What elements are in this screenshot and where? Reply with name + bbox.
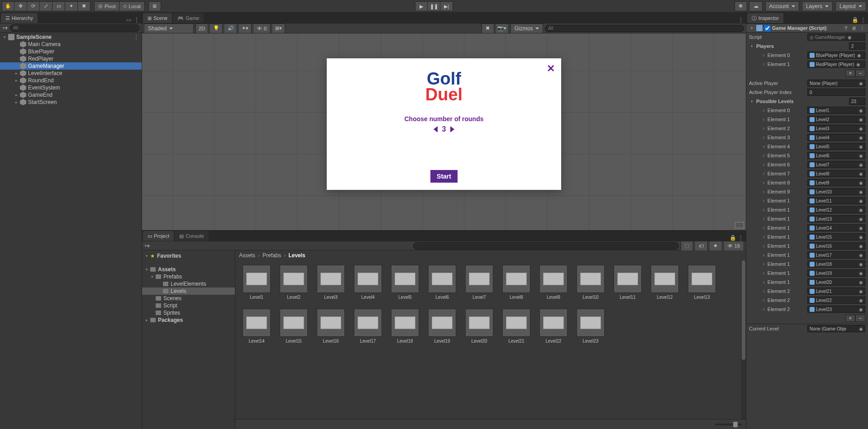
level-field-12[interactable]: Level13◉ <box>807 215 865 222</box>
assets-folder[interactable]: ▾Assets <box>142 266 235 273</box>
play-button[interactable]: ▶ <box>415 1 428 11</box>
level-field-10[interactable]: Level11◉ <box>807 197 865 204</box>
scenes-folder[interactable]: Scenes <box>142 295 235 302</box>
local-toggle[interactable]: ◇Local <box>119 1 144 11</box>
cloud-icon[interactable]: ☁ <box>750 1 763 11</box>
hierarchy-item-main camera[interactable]: Main Camera <box>0 41 142 48</box>
save-search-icon[interactable]: ★ <box>710 241 722 251</box>
scene-tab[interactable]: ⊞Scene <box>143 13 172 23</box>
camera-dropdown[interactable]: 📷▾ <box>496 24 509 33</box>
help-icon[interactable]: ? <box>843 25 849 31</box>
current-level-field[interactable]: None (Game Obje◉ <box>807 325 865 332</box>
asset-level12[interactable]: Level12 <box>651 265 679 300</box>
project-tab[interactable]: ▭Project <box>143 231 174 241</box>
level-field-4[interactable]: Level5◉ <box>807 143 865 150</box>
script-field[interactable]: ◎ GameManager ◉ <box>807 33 865 41</box>
level-field-3[interactable]: Level4◉ <box>807 134 865 141</box>
levels-count-field[interactable] <box>849 98 865 105</box>
asset-level14[interactable]: Level14 <box>243 309 271 344</box>
players-add-button[interactable]: + <box>845 70 855 77</box>
level-field-8[interactable]: Level9◉ <box>807 179 865 186</box>
level-field-14[interactable]: Level15◉ <box>807 233 865 240</box>
asset-level4[interactable]: Level4 <box>354 265 382 300</box>
level-field-17[interactable]: Level18◉ <box>807 260 865 268</box>
collab-icon[interactable]: ❋ <box>734 1 747 11</box>
players-array-header[interactable]: ▾Players <box>746 42 868 51</box>
packages-folder[interactable]: ▸Packages <box>142 316 235 324</box>
asset-level19[interactable]: Level19 <box>428 309 456 344</box>
levels-folder[interactable]: Levels <box>142 288 235 295</box>
hierarchy-item-levelinterface[interactable]: ▸LevelInterface <box>0 70 142 77</box>
panel-lock-icon[interactable]: 🔒 <box>730 235 736 241</box>
levels-remove-button[interactable]: − <box>855 315 865 322</box>
player-1-field[interactable]: RedPlayer (Player)◉ <box>807 61 865 68</box>
asset-level16[interactable]: Level16 <box>317 309 345 344</box>
layers-dropdown[interactable]: Layers <box>802 1 833 11</box>
two-d-toggle[interactable]: 2D <box>196 24 208 33</box>
hierarchy-item-roundend[interactable]: ▸RoundEnd <box>0 77 142 84</box>
level-field-19[interactable]: Level20◉ <box>807 278 865 286</box>
search-by-label-icon[interactable]: 🏷 <box>695 241 708 251</box>
grid-dropdown[interactable]: ⊞▾ <box>272 24 285 33</box>
asset-level17[interactable]: Level17 <box>354 309 382 344</box>
level-field-11[interactable]: Level12◉ <box>807 206 865 213</box>
active-player-field[interactable]: None (Player)◉ <box>807 80 865 87</box>
panel-menu-icon[interactable]: ⋮ <box>738 235 744 241</box>
asset-level5[interactable]: Level5 <box>391 265 419 300</box>
project-search[interactable] <box>413 242 679 250</box>
level-elements-folder[interactable]: LevelElements <box>142 280 235 288</box>
asset-level10[interactable]: Level10 <box>577 265 605 300</box>
asset-level20[interactable]: Level20 <box>465 309 493 344</box>
layout-dropdown[interactable]: Layout <box>835 1 866 11</box>
inspector-tab[interactable]: ⓘInspector <box>747 13 783 23</box>
start-button[interactable]: Start <box>430 170 458 183</box>
component-enabled-checkbox[interactable] <box>764 25 770 31</box>
asset-level15[interactable]: Level15 <box>280 309 308 344</box>
level-field-22[interactable]: Level23◉ <box>807 306 865 313</box>
hierarchy-item-gameend[interactable]: ▸GameEnd <box>0 91 142 99</box>
create-dropdown[interactable]: +▾ <box>2 25 8 31</box>
asset-level18[interactable]: Level18 <box>391 309 419 344</box>
hierarchy-search[interactable] <box>10 24 140 32</box>
favorites-row[interactable]: ▾★Favorites <box>142 252 235 259</box>
panel-menu-icon[interactable]: ⋮ <box>860 17 866 23</box>
scene-row[interactable]: ▾SampleScene⋮ <box>0 33 142 41</box>
asset-level22[interactable]: Level22 <box>539 309 568 344</box>
hand-tool[interactable]: ✋ <box>2 1 14 11</box>
asset-scrollbar[interactable] <box>741 260 746 419</box>
fx-dropdown[interactable]: ✦▾ <box>239 24 252 33</box>
level-field-21[interactable]: Level22◉ <box>807 297 865 304</box>
hidden-objects[interactable]: 👁0 <box>253 24 271 33</box>
component-header[interactable]: ▾ Game Manager (Script) ? ⎚ ⋮ <box>746 24 868 33</box>
level-field-5[interactable]: Level6◉ <box>807 152 865 159</box>
level-field-13[interactable]: Level14◉ <box>807 224 865 231</box>
project-create-dropdown[interactable]: +▾ <box>144 243 150 249</box>
transform-tool[interactable]: ✦ <box>65 1 78 11</box>
asset-level23[interactable]: Level23 <box>577 309 605 344</box>
levels-array-header[interactable]: ▾Possible Levels <box>746 97 868 106</box>
rounds-decrease[interactable] <box>434 126 438 132</box>
asset-level2[interactable]: Level2 <box>280 265 308 300</box>
breadcrumb-item[interactable]: Assets <box>239 252 255 259</box>
player-0-field[interactable]: BluePlayer (Player)◉ <box>807 52 865 59</box>
game-tab[interactable]: 🎮Game <box>173 13 204 23</box>
level-field-15[interactable]: Level16◉ <box>807 242 865 250</box>
asset-level8[interactable]: Level8 <box>502 265 530 300</box>
pause-button[interactable]: ❚❚ <box>428 1 440 11</box>
scene-view[interactable]: ✕ Golf Duel Choose number of rounds 3 St… <box>142 33 746 230</box>
panel-lock-icon[interactable]: 🔒 <box>852 17 858 23</box>
players-remove-button[interactable]: − <box>855 70 865 77</box>
script-folder[interactable]: Script <box>142 302 235 309</box>
asset-level6[interactable]: Level6 <box>428 265 456 300</box>
hidden-packages[interactable]: 👁19 <box>724 241 744 251</box>
rotate-tool[interactable]: ⟳ <box>27 1 40 11</box>
panel-menu-icon[interactable]: ⋮ <box>134 17 140 23</box>
hierarchy-item-startscreen[interactable]: ▸StartScreen <box>0 99 142 106</box>
lighting-toggle[interactable]: 💡 <box>210 24 223 33</box>
scene-tools-icon[interactable]: ✖ <box>482 24 494 33</box>
level-field-20[interactable]: Level21◉ <box>807 288 865 295</box>
console-tab[interactable]: ▤Console <box>175 231 208 241</box>
scene-menu-icon[interactable]: ⋮ <box>738 17 744 23</box>
sprites-folder[interactable]: Sprites <box>142 309 235 316</box>
hierarchy-tab[interactable]: ☰Hierarchy <box>1 13 38 23</box>
